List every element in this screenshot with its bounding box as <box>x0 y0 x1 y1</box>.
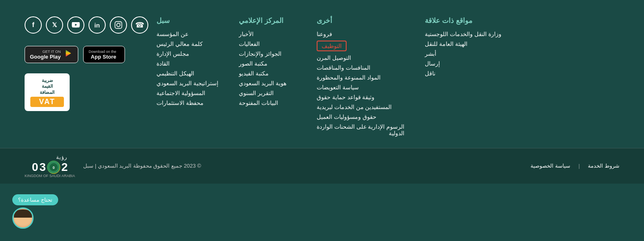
google-play-icon <box>64 49 73 60</box>
appstore-large-text: App Store <box>91 54 116 60</box>
footer-col-sapl: سبل عن المؤسسة كلمة معالي الرئيس مجلس ال… <box>156 16 218 140</box>
footer: ☎ in 𝕏 f Download on the App Store <box>0 0 644 184</box>
svg-point-2 <box>120 23 121 24</box>
footer-col-media: المركز الإعلامي الأخبار الفعاليات الجوائ… <box>239 16 296 140</box>
footer-col-other: أخرى فروعنا التوظيف التوصيل المرن المناف… <box>317 16 405 140</box>
col1-link-4[interactable]: القادة <box>156 60 170 67</box>
col1-title: سبل <box>156 16 170 25</box>
vision-2030-logo: رؤية رؤية 2 0 3 0 <box>25 154 75 178</box>
vision-year-text3: 0 <box>32 161 39 173</box>
col2-link-4[interactable]: مكتبة الصور <box>239 60 268 67</box>
footer-content: ☎ in 𝕏 f Download on the App Store <box>0 0 644 148</box>
svg-marker-3 <box>66 50 71 57</box>
col3-link-7[interactable]: وثيقة قواعد حماية حقوق <box>317 94 375 100</box>
chat-bubble[interactable]: تحتاج مساعدة؟ <box>12 194 58 205</box>
col4-link-3[interactable]: أبشر <box>425 50 436 57</box>
col1-link-7[interactable]: المسؤولية الاجتماعية <box>156 90 205 96</box>
social-icons-group: ☎ in 𝕏 f <box>25 16 148 34</box>
youtube-icon[interactable] <box>67 16 84 34</box>
col4-link-1[interactable]: وزارة النقل والخدمات اللوجستية <box>425 31 501 37</box>
chat-widget: تحتاج مساعدة؟ <box>12 194 58 229</box>
twitter-icon[interactable]: 𝕏 <box>46 16 63 34</box>
col3-link-4[interactable]: المنافسات والمناقصات <box>317 64 370 71</box>
col3-link-recruitment[interactable]: التوظيف <box>317 41 347 51</box>
avatar-hair <box>14 209 32 218</box>
svg-text:0: 0 <box>52 166 54 170</box>
facebook-icon[interactable]: f <box>25 16 42 34</box>
googleplay-small-text: GET IT ON <box>42 50 61 54</box>
chat-avatar[interactable] <box>12 207 34 229</box>
footer-columns: مواقع ذات علاقة وزارة النقل والخدمات الل… <box>156 16 619 140</box>
col2-title: المركز الإعلامي <box>239 16 283 25</box>
svg-point-1 <box>117 23 120 27</box>
col3-link-9[interactable]: حقوق ومسؤوليات العميل <box>317 114 376 120</box>
copyright-text: © 2023 جميع الحقوق محفوظة البريد السعودي… <box>83 163 201 169</box>
col2-link-1[interactable]: الأخبار <box>239 31 254 37</box>
vat-line2: القيمة <box>30 83 64 89</box>
vision-arabic-icon: رؤية <box>32 155 53 161</box>
col4-title: مواقع ذات علاقة <box>425 16 472 25</box>
col4-link-5[interactable]: ناقل <box>425 70 435 77</box>
col2-link-7[interactable]: التقرير السنوي <box>239 90 274 96</box>
col4-link-4[interactable]: إرسال <box>425 60 440 67</box>
googleplay-large-text: Google Play <box>30 54 61 60</box>
vat-badge: VAT <box>30 97 64 107</box>
col4-link-2[interactable]: الهيئة العامة للنقل <box>425 41 467 47</box>
col2-link-5[interactable]: مكتبة الفيديو <box>239 70 269 77</box>
appstore-small-text: Download on the <box>88 50 116 54</box>
col2-link-8[interactable]: البيانات المفتوحة <box>239 100 278 106</box>
col3-link-10[interactable]: الرسوم الإدارية على الشحنات الواردةالدول… <box>317 123 405 136</box>
vision-year-group: 2 0 3 0 <box>32 161 68 174</box>
linkedin-icon[interactable]: in <box>88 16 106 34</box>
avatar-face <box>14 209 32 227</box>
divider: | <box>578 163 580 169</box>
footer-left-section: ☎ in 𝕏 f Download on the App Store <box>25 16 148 140</box>
col1-link-6[interactable]: إستراتيجية البريد السعودي <box>156 80 218 86</box>
instagram-icon[interactable] <box>110 16 127 34</box>
vision-year-text2: 3 <box>39 161 46 173</box>
col1-link-3[interactable]: مجلس الإدارة <box>156 50 189 57</box>
footer-bottom-links: شروط الخدمة | سياسة الخصوصية <box>531 163 619 169</box>
footer-bottom-left: © 2023 جميع الحقوق محفوظة البريد السعودي… <box>25 154 201 178</box>
vat-logo: ضريبة القيمة المضافة VAT <box>25 73 70 111</box>
terms-link[interactable]: شروط الخدمة <box>588 163 619 169</box>
vision-label: رؤية رؤية <box>32 154 68 161</box>
col3-link-1[interactable]: فروعنا <box>317 31 332 37</box>
col3-link-6[interactable]: سياسة التعويضات <box>317 84 359 91</box>
col3-title: أخرى <box>317 16 332 25</box>
col1-link-5[interactable]: الهيكل التنظيمي <box>156 70 194 77</box>
col1-link-8[interactable]: محفظة الاستثمارات <box>156 100 204 106</box>
vat-line1: ضريبة <box>30 77 64 83</box>
whatsapp-icon[interactable]: ☎ <box>131 16 148 34</box>
privacy-link[interactable]: سياسة الخصوصية <box>531 163 570 169</box>
vat-line3: المضافة <box>30 89 64 95</box>
svg-rect-0 <box>115 22 122 29</box>
footer-col-related: مواقع ذات علاقة وزارة النقل والخدمات الل… <box>425 16 501 140</box>
col3-link-3[interactable]: التوصيل المرن <box>317 55 351 61</box>
vision-year-text: 2 <box>61 161 68 173</box>
vision-circle-icon: 0 <box>47 161 60 174</box>
col2-link-3[interactable]: الجوائز والإنجازات <box>239 50 281 57</box>
google-play-button[interactable]: GET IT ON Google Play <box>25 46 78 63</box>
col2-link-6[interactable]: هوية البريد السعودي <box>239 80 286 86</box>
app-buttons-group: Download on the App Store GET IT ON Goog… <box>25 46 125 63</box>
col2-link-2[interactable]: الفعاليات <box>239 41 260 47</box>
col1-link-2[interactable]: كلمة معالي الرئيس <box>156 41 203 47</box>
footer-bottom: شروط الخدمة | سياسة الخصوصية © 2023 جميع… <box>0 148 644 184</box>
col3-link-5[interactable]: المواد الممنوعة والمحظورة <box>317 74 381 81</box>
col3-link-8[interactable]: المستفيدين من الخدمات لبريدية <box>317 104 392 110</box>
vision-sub-text: KINGDOM OF SAUDI ARABIA <box>25 174 75 178</box>
col1-link-1[interactable]: عن المؤسسة <box>156 31 188 37</box>
app-store-button[interactable]: Download on the App Store <box>83 46 125 63</box>
